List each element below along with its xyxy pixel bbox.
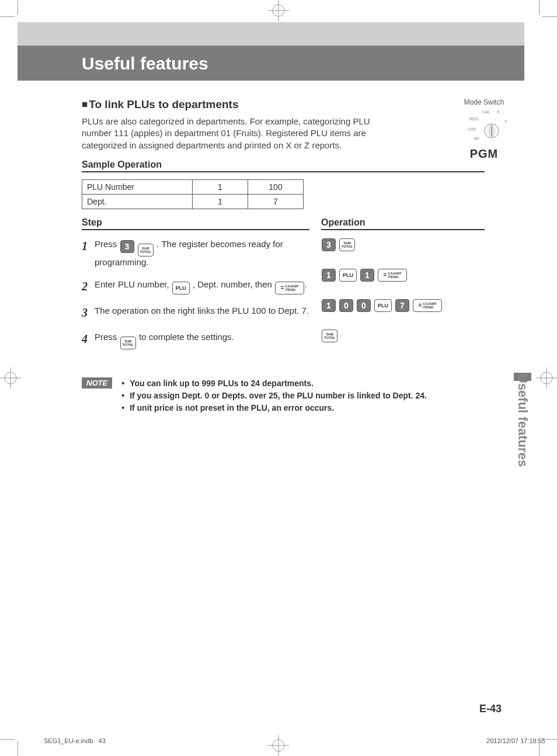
crop-mark <box>18 741 18 756</box>
registration-mark-icon <box>268 735 289 756</box>
subtotal-key-icon: SUBTOTAL <box>322 330 337 342</box>
header-band-light <box>18 22 524 46</box>
step-column-heading: Step <box>82 217 309 230</box>
note-item: If unit price is not preset in the PLU, … <box>121 402 427 414</box>
numeric-key-icon: 3 <box>322 238 336 251</box>
table-cell: 100 <box>248 179 304 194</box>
page-number: E-43 <box>479 703 502 715</box>
ca-amt-tend-key-icon: =CA/AMT/TEND <box>378 269 407 282</box>
sample-table: PLU Number 1 100 Dept. 1 7 <box>82 179 304 209</box>
plu-key-icon: PLU <box>374 299 392 312</box>
footer-left: SEG1_EU-e.indb 43 <box>44 737 106 744</box>
section-heading: To link PLUs to departments <box>82 98 485 111</box>
note-item: If you assign Dept. 0 or Depts. over 25,… <box>121 390 427 402</box>
plu-key-icon: PLU <box>172 282 190 294</box>
page-title: Useful features <box>82 54 208 74</box>
sample-operation-heading: Sample Operation <box>82 159 485 172</box>
svg-text:Z: Z <box>504 119 507 123</box>
note-badge: NOTE <box>82 377 112 389</box>
section-intro: PLUs are also categorized in departments… <box>82 116 385 151</box>
step-text: Press 3 SUBTOTAL . The register becomes … <box>95 238 309 268</box>
crop-mark <box>0 739 15 740</box>
subtotal-key-icon: SUBTOTAL <box>120 337 136 349</box>
step-row: 3The operation on the right links the PL… <box>82 305 309 321</box>
operation-column-heading: Operation <box>321 217 485 230</box>
numeric-key-icon: 0 <box>357 299 371 312</box>
numeric-key-icon: 3 <box>120 240 134 253</box>
step-row: 2Enter PLU number, PLU , Dept. number, t… <box>82 279 309 294</box>
table-cell-label: Dept. <box>82 194 193 209</box>
ca-amt-tend-key-icon: =CA/AMT/TEND <box>275 282 304 294</box>
step-text: Enter PLU number, PLU , Dept. number, th… <box>95 279 309 294</box>
svg-text:X: X <box>497 110 500 114</box>
plu-key-icon: PLU <box>339 269 357 282</box>
table-cell: 7 <box>248 194 304 209</box>
crop-mark <box>539 0 539 15</box>
subtotal-key-icon: SUBTOTAL <box>339 238 355 251</box>
crop-mark <box>18 0 18 15</box>
step-text: The operation on the right links the PLU… <box>95 305 309 317</box>
table-cell: 1 <box>193 179 248 194</box>
ca-amt-tend-key-icon: =CA/AMT/TEND <box>413 299 442 312</box>
crop-mark <box>542 16 557 17</box>
numeric-key-icon: 1 <box>322 299 336 312</box>
step-number: 4 <box>82 331 95 347</box>
registration-mark-icon <box>0 367 21 389</box>
step-number: 3 <box>82 305 95 321</box>
numeric-key-icon: 7 <box>395 299 409 312</box>
table-row: PLU Number 1 100 <box>82 179 304 194</box>
registration-mark-icon <box>536 367 557 389</box>
crop-mark <box>0 16 15 17</box>
step-number: 2 <box>82 279 95 294</box>
operation-row: SUBTOTAL <box>321 330 485 342</box>
side-tab-label: Useful features <box>514 374 531 502</box>
footer-right: 2012/12/07 17:18:55 <box>486 737 545 744</box>
operation-row: 100PLU7=CA/AMT/TEND <box>321 299 485 312</box>
numeric-key-icon: 0 <box>339 299 353 312</box>
step-row: 4Press SUBTOTAL to complete the settings… <box>82 331 309 349</box>
table-cell: 1 <box>193 194 248 209</box>
note-list: You can link up to 999 PLUs to 24 depart… <box>121 377 427 414</box>
registration-mark-icon <box>268 0 289 21</box>
note-item: You can link up to 999 PLUs to 24 depart… <box>121 377 427 390</box>
step-row: 1Press 3 SUBTOTAL . The register becomes… <box>82 238 309 268</box>
numeric-key-icon: 1 <box>360 269 374 282</box>
subtotal-key-icon: SUBTOTAL <box>138 244 154 256</box>
numeric-key-icon: 1 <box>322 269 336 282</box>
table-row: Dept. 1 7 <box>82 194 304 209</box>
step-number: 1 <box>82 238 95 254</box>
table-cell-label: PLU Number <box>82 179 193 194</box>
operation-row: 1PLU1=CA/AMT/TEND <box>321 269 485 282</box>
operation-row: 3SUBTOTAL <box>321 238 485 251</box>
step-text: Press SUBTOTAL to complete the settings. <box>95 331 309 349</box>
